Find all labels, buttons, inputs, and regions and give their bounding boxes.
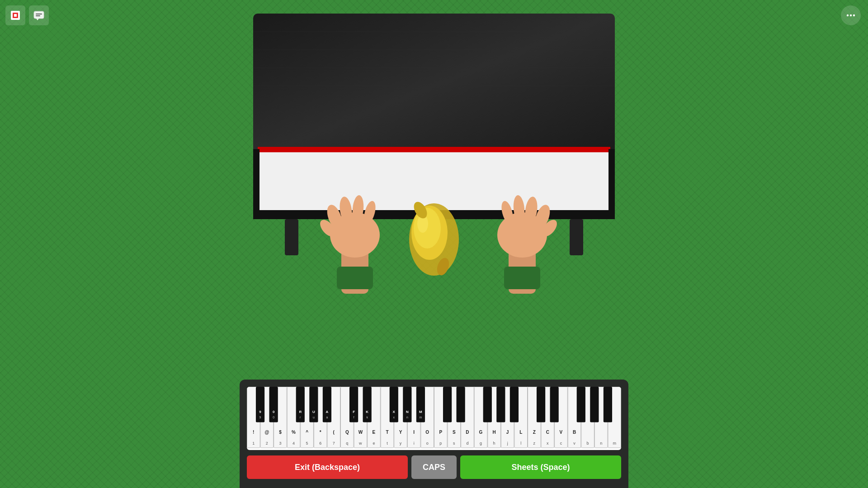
svg-text:D: D [466, 430, 469, 435]
svg-text:!: ! [253, 430, 254, 435]
caps-button[interactable]: CAPS [411, 455, 457, 479]
svg-rect-157 [457, 387, 465, 422]
svg-text:9: 9 [259, 416, 261, 419]
svg-text:$: $ [279, 430, 282, 435]
svg-text:Y: Y [399, 430, 402, 435]
svg-text:k: k [366, 416, 368, 419]
svg-rect-159 [496, 387, 505, 422]
svg-text:@: @ [264, 430, 269, 435]
svg-text:L: L [519, 430, 522, 435]
svg-marker-7 [36, 19, 39, 20]
svg-text:U: U [312, 410, 315, 414]
roblox-logo-icon[interactable] [5, 5, 25, 25]
svg-text:B: B [573, 430, 576, 435]
svg-text:o: o [426, 441, 429, 446]
svg-text:0: 0 [273, 416, 274, 419]
svg-text:W: W [359, 430, 363, 435]
svg-text:u: u [313, 416, 315, 419]
svg-point-8 [847, 14, 849, 16]
svg-text:0: 0 [273, 410, 275, 414]
svg-text:s: s [453, 441, 455, 446]
svg-text:4: 4 [292, 441, 295, 446]
svg-text:b: b [587, 441, 589, 446]
svg-text:m: m [420, 416, 422, 419]
svg-text:N: N [406, 410, 409, 414]
svg-text:X: X [393, 410, 396, 414]
svg-text:Z: Z [533, 430, 536, 435]
svg-text:c: c [560, 441, 562, 446]
svg-text:9: 9 [259, 410, 261, 414]
chat-icon[interactable] [29, 5, 49, 25]
svg-rect-30 [337, 267, 373, 289]
svg-text:O: O [425, 430, 429, 435]
svg-text:d: d [466, 441, 468, 446]
svg-text:C: C [546, 430, 549, 435]
svg-text:x: x [547, 441, 549, 446]
svg-text:M: M [419, 410, 422, 414]
svg-text:n: n [406, 416, 408, 419]
hands-overlay [276, 167, 592, 303]
svg-text:a: a [326, 416, 328, 419]
svg-rect-158 [483, 387, 492, 422]
svg-text:z: z [533, 441, 536, 446]
svg-text:7: 7 [333, 441, 335, 446]
svg-text:E: E [373, 430, 376, 435]
svg-text:I: I [413, 430, 415, 435]
svg-text:l: l [520, 441, 521, 446]
svg-text:v: v [573, 441, 576, 446]
svg-text:S: S [453, 430, 456, 435]
svg-text:1: 1 [252, 441, 255, 446]
svg-rect-163 [577, 387, 585, 422]
svg-text:6: 6 [319, 441, 321, 446]
svg-text:R: R [299, 410, 302, 414]
svg-text:3: 3 [279, 441, 281, 446]
svg-text:e: e [373, 441, 375, 446]
svg-rect-2 [14, 14, 17, 17]
menu-button[interactable] [841, 5, 861, 25]
svg-rect-3 [34, 11, 44, 19]
svg-rect-6 [36, 15, 40, 16]
svg-text:K: K [366, 410, 368, 414]
top-right-menu[interactable] [841, 5, 861, 25]
exit-button[interactable]: Exit (Backspace) [247, 455, 408, 479]
svg-rect-161 [537, 387, 545, 422]
svg-text:F: F [353, 410, 355, 414]
svg-rect-162 [550, 387, 559, 422]
svg-text:H: H [492, 430, 495, 435]
svg-text:P: P [439, 430, 442, 435]
top-left-icons [5, 5, 49, 25]
svg-rect-156 [443, 387, 452, 422]
svg-rect-160 [510, 387, 519, 422]
svg-rect-38 [504, 267, 540, 289]
svg-point-10 [853, 14, 855, 16]
svg-text:w: w [359, 441, 362, 446]
svg-text:^: ^ [306, 430, 308, 435]
bottom-buttons: Exit (Backspace) CAPS Sheets (Space) [247, 455, 621, 479]
svg-text:p: p [439, 441, 442, 446]
svg-text:G: G [479, 430, 483, 435]
svg-text:J: J [506, 430, 509, 435]
svg-text:i: i [414, 441, 415, 446]
svg-rect-5 [36, 14, 42, 14]
sheets-button[interactable]: Sheets (Space) [460, 455, 621, 479]
bottom-panel: !1@2$3%4^5*6(7QqWwEeTtYyIiOoPpSsDdGgHhJj… [240, 380, 628, 488]
svg-rect-164 [590, 387, 599, 422]
svg-text:x: x [393, 416, 395, 419]
svg-text:y: y [400, 441, 402, 446]
svg-text:*: * [320, 430, 321, 435]
svg-text:f: f [354, 416, 354, 419]
svg-text:V: V [560, 430, 563, 435]
svg-text:n: n [600, 441, 602, 446]
svg-text:j: j [507, 441, 508, 446]
svg-text:h: h [493, 441, 495, 446]
svg-text:5: 5 [306, 441, 308, 446]
svg-point-9 [850, 14, 852, 16]
mini-keyboard: !1@2$3%4^5*6(7QqWwEeTtYyIiOoPpSsDdGgHhJj… [247, 387, 621, 450]
svg-text:%: % [292, 430, 296, 435]
svg-text:m: m [613, 441, 616, 446]
svg-text:T: T [386, 430, 388, 435]
svg-text:Q: Q [345, 430, 349, 435]
svg-text:A: A [326, 410, 329, 414]
svg-text:q: q [346, 441, 348, 446]
svg-text:g: g [480, 441, 482, 446]
